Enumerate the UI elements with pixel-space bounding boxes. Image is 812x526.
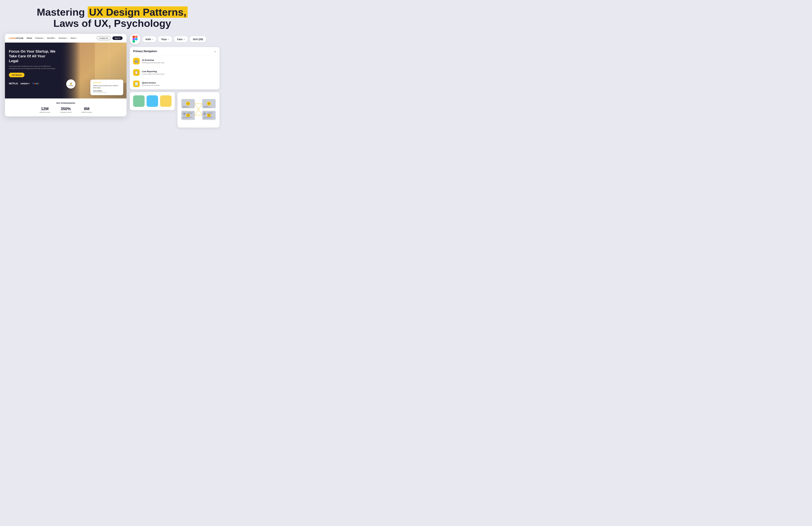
achievements-section: Our Achievements 12M Startup Success 350… [5, 98, 127, 116]
hero-section: Focus On Your Startup, We Take Care Of A… [5, 43, 127, 98]
svg-rect-33 [183, 118, 190, 118]
stat-investors: 8M Global Investors [81, 106, 92, 113]
hero-left: Focus On Your Startup, We Take Care Of A… [5, 43, 60, 98]
wireframe-diagram: 1 2 3 4 [180, 95, 217, 124]
pill-toys-label: Toys [161, 38, 167, 41]
svg-rect-36 [207, 114, 212, 114]
title-highlight: UX Design Patterns, [88, 6, 188, 18]
hero-description: Lorem ipsum dolor funding documen invest… [9, 65, 56, 70]
contact-button[interactable]: Contact Us [97, 36, 111, 40]
chevron-right-icon: › [184, 38, 185, 40]
nav-item-invoice-title: Quick Invoice [142, 82, 160, 84]
signin-button[interactable]: Sign In [112, 36, 122, 40]
svg-rect-5 [135, 35, 138, 38]
primary-navigation-dropdown: Primary Navigation ⌄ 🤖 AI Grammar Workin… [130, 47, 219, 89]
star-rating: ★★★★★ [93, 82, 120, 84]
quick-invoice-icon: 🧾 [133, 81, 140, 87]
hero-right: 🔒 Trusted ★★★★★ Startup Law just make al… [60, 43, 127, 98]
pill-toys[interactable]: Toys › [158, 36, 172, 42]
stat-startup: 12M Startup Success [40, 106, 50, 113]
color-swatches [130, 92, 175, 110]
nav-item-ai-text: AI Grammar Working professionally easy [142, 59, 164, 63]
title-section: Mastering UX Design Patterns, Laws of UX… [0, 0, 224, 34]
website-mockup: LOGOIPSUM Home Features ▾ Benefits ▾ Ser… [5, 34, 127, 116]
svg-rect-38 [203, 118, 211, 118]
svg-rect-26 [183, 107, 190, 108]
stat-label-growth: Company Growth [60, 111, 71, 113]
review-text: Startup Law just make all our missions w… [93, 85, 120, 89]
stat-number-investors: 8M [81, 106, 92, 111]
stat-number-startup: 12M [40, 106, 50, 111]
get-started-button[interactable]: Get Started [9, 73, 25, 77]
brand-google: Google [32, 82, 39, 85]
svg-rect-37 [203, 117, 213, 117]
pill-cars[interactable]: Cars › [174, 36, 188, 42]
reviewer-title: CEO of Devyanülukan [93, 92, 120, 93]
chevron-right-icon: › [168, 38, 169, 40]
nav-link-services[interactable]: Services ▾ [59, 37, 68, 39]
chevron-down-icon: ⌄ [214, 49, 216, 53]
nav-item-ai-grammar[interactable]: 🤖 AI Grammar Working professionally easy [130, 56, 219, 67]
stat-label-startup: Startup Success [40, 111, 50, 113]
nav-link-benefits[interactable]: Benefits ▾ [47, 37, 56, 39]
svg-rect-6 [132, 38, 135, 40]
chevron-right-icon: › [152, 38, 153, 40]
pill-suv[interactable]: SUV (29) [190, 36, 206, 42]
trusted-badge: 🔒 Trusted [66, 80, 75, 89]
achievements-title: Our Achievements [9, 102, 122, 104]
nav-dropdown-title: Primary Navigation [133, 50, 157, 53]
swatch-green [133, 95, 145, 107]
nav-link-features[interactable]: Features ▾ [35, 37, 44, 39]
svg-rect-4 [132, 35, 135, 38]
swatch-yellow [160, 95, 172, 107]
nav-item-live-reporting[interactable]: 📋 Live Reporting Lorem ipsum business gr… [130, 67, 219, 78]
brand-verizon: verizon✓ [20, 82, 30, 85]
nav-item-invoice-text: Quick Invoice Receiving funds faster [142, 82, 160, 86]
svg-point-7 [135, 38, 138, 40]
svg-rect-1 [95, 43, 127, 83]
trusted-label: Trusted [69, 85, 73, 86]
nav-link-about[interactable]: About ▾ [71, 37, 77, 39]
svg-rect-32 [183, 117, 192, 117]
right-column: Kids › Toys › Cars › SUV (29) Primary N [130, 34, 219, 128]
svg-rect-25 [183, 106, 187, 107]
lock-icon: 🔒 [70, 82, 72, 85]
nav-item-ai-title: AI Grammar [142, 59, 164, 61]
nav-item-invoice-subtitle: Receiving funds faster [142, 84, 160, 86]
svg-point-29 [183, 112, 186, 115]
hero-title: Focus On Your Startup, We Take Care Of A… [9, 49, 56, 63]
mockup-logo: LOGOIPSUM [9, 37, 23, 40]
pill-suv-label: SUV (29) [193, 38, 203, 41]
figma-icon [130, 34, 140, 44]
top-right-row: Kids › Toys › Cars › SUV (29) [130, 34, 219, 44]
svg-rect-2 [109, 43, 109, 83]
svg-rect-35 [207, 113, 213, 113]
content-area: LOGOIPSUM Home Features ▾ Benefits ▾ Ser… [0, 34, 224, 131]
pill-kids[interactable]: Kids › [142, 36, 156, 42]
pill-kids-label: Kids [146, 38, 151, 41]
brand-logos: NETFLIX verizon✓ Google [9, 82, 56, 85]
brand-netflix: NETFLIX [9, 82, 18, 85]
nav-item-reporting-subtitle: Lorem ipsum business grow [142, 73, 164, 75]
stats-row: 12M Startup Success 350% Company Growth … [9, 106, 122, 113]
nav-item-reporting-text: Live Reporting Lorem ipsum business grow [142, 70, 164, 75]
nav-item-quick-invoice[interactable]: 🧾 Quick Invoice Receiving funds faster [130, 78, 219, 89]
nav-dropdown-header[interactable]: Primary Navigation ⌄ [130, 47, 219, 56]
stat-number-growth: 350% [60, 106, 71, 111]
svg-text:4: 4 [208, 114, 209, 116]
svg-rect-31 [187, 114, 192, 114]
wireframe-card: 1 2 3 4 [177, 92, 219, 128]
nav-item-reporting-title: Live Reporting [142, 70, 164, 73]
svg-text:3: 3 [188, 114, 189, 116]
svg-rect-8 [132, 40, 135, 43]
mockup-nav-actions: Contact Us Sign In [97, 36, 122, 40]
ai-grammar-icon: 🤖 [133, 58, 140, 65]
svg-point-34 [203, 112, 206, 115]
reviewer-name: Anna Bollani [93, 90, 120, 92]
live-reporting-icon: 📋 [133, 69, 140, 76]
svg-text:1: 1 [188, 103, 189, 104]
svg-rect-27 [203, 106, 208, 107]
svg-rect-3 [60, 43, 81, 98]
stat-growth: 350% Company Growth [60, 106, 71, 113]
nav-link-home[interactable]: Home [27, 37, 32, 39]
